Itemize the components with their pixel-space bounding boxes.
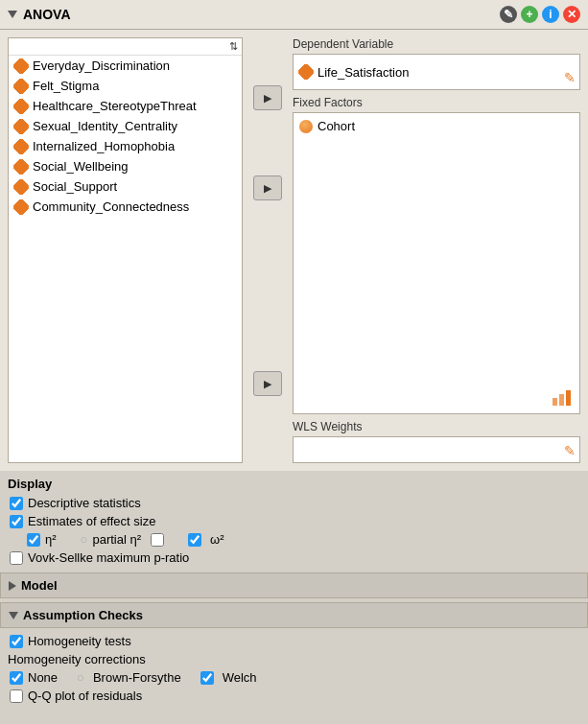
effect-size-checkbox[interactable] (10, 515, 23, 528)
eta-label: η² (45, 532, 57, 547)
brown-forsythe-label: Brown-Forsythe (93, 670, 181, 685)
dep-var-pencil-icon: ✎ (564, 70, 576, 85)
var-name: Everyday_Discrimination (33, 58, 170, 73)
close-button[interactable]: ✕ (563, 6, 580, 23)
move-wls-button[interactable]: ▶ (253, 371, 282, 396)
window-title: ANOVA (23, 7, 494, 22)
var-name: Community_Connectedness (33, 199, 189, 214)
display-section: Display Descriptive statistics Estimates… (0, 471, 588, 572)
var-name: Felt_Stigma (33, 79, 99, 93)
display-label: Display (8, 477, 580, 491)
var-name: Social_Wellbeing (33, 159, 129, 174)
list-item[interactable]: Social_Wellbeing (9, 156, 242, 176)
bar-chart-icon (553, 390, 572, 406)
sort-icon[interactable]: ⇅ (229, 40, 238, 53)
ruler-icon (12, 77, 31, 96)
qq-plot-checkbox[interactable] (10, 689, 23, 703)
info-button[interactable]: i (542, 6, 559, 23)
qq-plot-label: Q-Q plot of residuals (28, 689, 142, 703)
wls-weights-box[interactable]: ✎ (293, 436, 580, 463)
list-header: ⇅ (9, 38, 242, 56)
list-item[interactable]: Sexual_Identity_Centrality (9, 116, 242, 136)
list-item[interactable]: Social_Support (9, 176, 242, 197)
dependent-variable-label: Dependent Variable (293, 37, 580, 51)
dep-var-ruler-icon (296, 62, 316, 82)
assumption-checks-header[interactable]: Assumption Checks (0, 602, 588, 628)
omega-checkbox[interactable] (188, 533, 201, 547)
fixed-factors-group: Fixed Factors Cohort (293, 96, 580, 414)
assumption-checks-body: Homogeneity tests Homogeneity correction… (0, 628, 588, 712)
title-bar: ANOVA ✎ + i ✕ (0, 0, 588, 30)
fixed-factors-value: Cohort (318, 119, 355, 133)
dependent-variable-value: Life_Satisfaction (318, 65, 409, 80)
model-label: Model (21, 578, 58, 593)
list-item[interactable]: Everyday_Discrimination (9, 56, 242, 76)
welch-checkbox[interactable] (200, 671, 214, 685)
list-item[interactable]: Internalized_Homophobia (9, 136, 242, 156)
collapse-icon (8, 11, 17, 18)
ruler-icon (12, 157, 31, 176)
qq-plot-row: Q-Q plot of residuals (8, 689, 580, 703)
welch-label: Welch (223, 670, 257, 685)
ruler-icon (12, 177, 31, 197)
ruler-icon (12, 117, 31, 136)
list-item[interactable]: Felt_Stigma (9, 76, 242, 96)
none-checkbox[interactable] (10, 671, 23, 685)
partial-eta-label: partial η² (92, 532, 141, 547)
descriptive-stats-checkbox[interactable] (10, 497, 23, 510)
effect-size-row: Estimates of effect size (8, 514, 580, 528)
assumption-collapse-icon (9, 612, 18, 619)
homogeneity-tests-checkbox[interactable] (10, 635, 23, 648)
fixed-factors-label: Fixed Factors (293, 96, 580, 109)
move-dependent-button[interactable]: ▶ (253, 85, 282, 110)
move-fixed-button[interactable]: ▶ (253, 175, 282, 200)
dependent-variable-box[interactable]: Life_Satisfaction ✎ (293, 54, 580, 90)
wls-weights-group: WLS Weights ✎ (293, 420, 580, 463)
list-item[interactable]: Healthcare_StereotypeThreat (9, 96, 242, 116)
wls-pencil-icon: ✎ (564, 443, 576, 458)
homogeneity-tests-row: Homogeneity tests (8, 634, 580, 648)
fixed-factors-box[interactable]: Cohort (293, 112, 580, 414)
add-button[interactable]: + (521, 6, 538, 23)
descriptive-stats-label: Descriptive statistics (28, 496, 141, 510)
ruler-icon (12, 137, 31, 156)
model-section-header[interactable]: Model (0, 572, 588, 598)
cohort-ball-icon (299, 120, 313, 133)
homogeneity-tests-label: Homogeneity tests (28, 634, 131, 648)
effect-size-label: Estimates of effect size (28, 514, 155, 528)
vovk-label: Vovk-Sellke maximum p-ratio (28, 550, 189, 565)
partial-eta-checkbox[interactable] (151, 533, 164, 547)
assumption-checks-label: Assumption Checks (23, 608, 143, 622)
descriptive-stats-row: Descriptive statistics (8, 496, 580, 510)
variable-list: ⇅ Everyday_Discrimination Felt_Stigma He… (8, 37, 243, 463)
var-name: Sexual_Identity_Centrality (33, 119, 177, 133)
edit-button[interactable]: ✎ (500, 6, 517, 23)
homogeneity-options-row: None ○ Brown-Forsythe Welch (8, 670, 580, 685)
ruler-icon (12, 198, 31, 217)
wls-weights-label: WLS Weights (293, 420, 580, 433)
var-name: Social_Support (33, 179, 117, 194)
omega-label: ω² (210, 532, 223, 547)
homogeneity-corrections-label: Homogeneity corrections (8, 652, 580, 666)
dependent-variable-group: Dependent Variable Life_Satisfaction ✎ (293, 37, 580, 90)
right-panel: Dependent Variable Life_Satisfaction ✎ F… (293, 37, 580, 463)
svg-rect-1 (559, 394, 564, 406)
window-controls: ✎ + i ✕ (500, 6, 580, 23)
vovk-checkbox[interactable] (10, 551, 23, 565)
list-item[interactable]: Community_Connectedness (9, 197, 242, 217)
var-name: Healthcare_StereotypeThreat (33, 99, 197, 113)
none-label: None (28, 670, 58, 685)
model-collapse-icon (9, 581, 16, 591)
svg-rect-2 (566, 390, 571, 406)
eta-checkbox[interactable] (27, 533, 40, 547)
main-content: ⇅ Everyday_Discrimination Felt_Stigma He… (0, 30, 588, 471)
var-name: Internalized_Homophobia (33, 139, 175, 153)
eta-row: η² ○ partial η² ω² (8, 532, 580, 547)
arrow-panel: ▶ ▶ ▶ (248, 37, 287, 463)
ruler-icon (12, 57, 31, 76)
ruler-icon (12, 97, 31, 116)
svg-rect-0 (553, 398, 557, 406)
vovk-row: Vovk-Sellke maximum p-ratio (8, 550, 580, 565)
